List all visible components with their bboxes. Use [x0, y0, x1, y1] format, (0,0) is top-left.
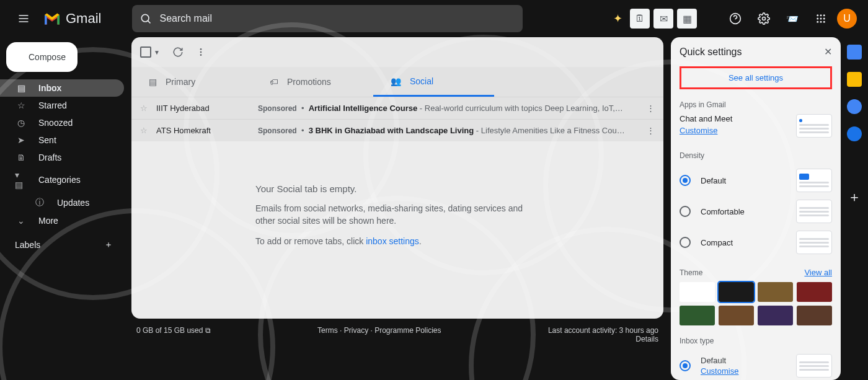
nav-drafts[interactable]: 🗎Drafts	[0, 149, 124, 166]
svg-point-5	[823, 14, 825, 16]
policies-link[interactable]: Programme Policies	[374, 326, 441, 335]
svg-point-11	[823, 21, 825, 23]
people-icon: 👥	[391, 76, 401, 86]
addon-icon-2[interactable]: ✉	[653, 9, 673, 29]
ai-sparkle-icon[interactable]: ✦	[613, 12, 622, 25]
refresh-button[interactable]	[172, 46, 184, 58]
keep-app-icon[interactable]	[847, 72, 862, 87]
radio-icon	[680, 237, 691, 248]
tab-primary[interactable]: ▤Primary	[131, 67, 252, 97]
nav-inbox[interactable]: ▤Inbox	[0, 79, 124, 97]
empty-state: Your Social tab is empty. Emails from so…	[131, 141, 663, 319]
theme-thumbnail[interactable]	[719, 306, 754, 325]
svg-point-0	[142, 14, 149, 22]
inbox-settings-link[interactable]: inbox settings	[366, 236, 419, 246]
inbox-button[interactable]: 📨	[780, 6, 805, 31]
open-storage-icon[interactable]: ⧉	[205, 326, 211, 335]
contacts-app-icon[interactable]	[847, 126, 862, 141]
star-icon[interactable]: ☆	[140, 126, 148, 135]
star-icon: ☆	[15, 100, 27, 110]
see-all-settings-button[interactable]: See all settings	[680, 66, 832, 89]
mail-row[interactable]: ☆ATS HomekraftSponsored • 3 BHK in Ghazi…	[131, 119, 663, 141]
header-right: ✦ 🗓 ✉ ▦ 📨 U	[613, 6, 857, 31]
tab-social[interactable]: 👥Social	[373, 67, 494, 97]
more-button[interactable]	[196, 47, 206, 57]
theme-thumbnail[interactable]	[680, 282, 715, 302]
footer: 0 GB of 15 GB used ⧉ Terms · Privacy · P…	[131, 319, 663, 351]
theme-thumbnail[interactable]	[797, 282, 832, 302]
density-option-default[interactable]: Default	[680, 165, 832, 196]
search-input[interactable]	[159, 13, 495, 24]
apps-customise-link[interactable]: Customise	[680, 126, 717, 135]
apps-grid-button[interactable]	[808, 6, 833, 31]
empty-heading: Your Social tab is empty.	[255, 183, 539, 194]
settings-button[interactable]	[751, 6, 776, 31]
empty-line-1: Emails from social networks, media-shari…	[255, 203, 539, 227]
nav-categories[interactable]: ▾ ▤Categories	[0, 166, 124, 193]
theme-thumbnail[interactable]	[719, 282, 754, 302]
tasks-app-icon[interactable]	[847, 99, 862, 114]
star-icon[interactable]: ☆	[140, 104, 148, 113]
density-section-title: Density	[680, 151, 832, 160]
privacy-link[interactable]: Privacy	[344, 326, 368, 335]
row-more-icon[interactable]: ⋮	[647, 104, 655, 113]
inbox-type-section-title: Inbox type	[680, 337, 832, 345]
select-all-checkbox[interactable]: ▼	[140, 46, 160, 58]
add-label-button[interactable]: ＋	[104, 239, 113, 250]
clock-icon: ◷	[15, 118, 27, 128]
sponsored-badge: Sponsored	[258, 104, 297, 113]
account-avatar[interactable]: U	[837, 9, 857, 29]
nav-updates[interactable]: ⓘUpdates	[0, 193, 124, 212]
nav-sent[interactable]: ➤Sent	[0, 131, 124, 149]
density-option-compact[interactable]: Compact	[680, 227, 832, 258]
details-link[interactable]: Details	[636, 335, 658, 343]
header-bar: Gmail ✦ 🗓 ✉ ▦ 📨 U	[0, 0, 868, 37]
support-button[interactable]	[723, 6, 748, 31]
inbox-type-customise-link[interactable]: Customise	[701, 366, 738, 376]
inbox-icon: ▤	[149, 77, 157, 87]
footer-links: Terms · Privacy · Programme Policies	[317, 326, 441, 343]
svg-point-14	[200, 54, 202, 56]
mail-row[interactable]: ☆IIIT HyderabadSponsored • Artificial In…	[131, 97, 663, 119]
theme-thumbnail[interactable]	[758, 306, 793, 325]
nav-starred[interactable]: ☆Starred	[0, 97, 124, 114]
addon-icon-3[interactable]: ▦	[677, 9, 697, 29]
theme-thumbnail[interactable]	[680, 306, 715, 325]
calendar-app-icon[interactable]	[847, 45, 862, 60]
inbox-type-default[interactable]: Default Customise	[680, 350, 832, 380]
side-app-bar: ＋	[841, 37, 868, 380]
main-menu-button[interactable]	[11, 6, 36, 31]
terms-link[interactable]: Terms	[317, 326, 338, 335]
addon-icon-1[interactable]: 🗓	[630, 9, 650, 29]
mail-toolbar: ▼	[131, 37, 663, 67]
file-icon: 🗎	[15, 152, 27, 162]
row-more-icon[interactable]: ⋮	[647, 126, 655, 135]
theme-grid	[680, 282, 832, 325]
svg-point-8	[823, 18, 825, 20]
mail-snippet: - Lifestyle Amenities Like a Fitness Cou…	[474, 126, 625, 135]
theme-thumbnail[interactable]	[758, 282, 793, 302]
svg-point-4	[820, 14, 822, 16]
tab-promotions[interactable]: 🏷Promotions	[252, 67, 373, 97]
nav-snoozed[interactable]: ◷Snoozed	[0, 114, 124, 131]
storage-used: 0 GB of 15 GB used ⧉	[136, 326, 211, 343]
svg-point-10	[820, 21, 822, 23]
mail-snippet: - Real-world curriculum with topics Deep…	[417, 104, 623, 113]
search-bar[interactable]	[132, 5, 523, 32]
gmail-logo[interactable]: Gmail	[42, 11, 101, 27]
inbox-type-preview-icon	[796, 354, 832, 378]
close-panel-button[interactable]: ✕	[824, 46, 832, 58]
svg-point-13	[200, 51, 202, 53]
theme-view-all-link[interactable]: View all	[804, 268, 832, 277]
mail-sender: ATS Homekraft	[156, 126, 249, 135]
search-icon	[140, 12, 152, 25]
tag-icon: 🏷	[270, 77, 278, 87]
nav-more[interactable]: ⌄More	[0, 212, 124, 229]
density-option-comfortable[interactable]: Comfortable	[680, 196, 832, 227]
compose-button[interactable]: Compose	[6, 42, 78, 72]
svg-point-6	[817, 18, 818, 20]
send-icon: ➤	[15, 135, 27, 145]
theme-thumbnail[interactable]	[797, 306, 832, 325]
add-addon-button[interactable]: ＋	[848, 188, 861, 206]
search-options-icon[interactable]	[503, 12, 515, 25]
